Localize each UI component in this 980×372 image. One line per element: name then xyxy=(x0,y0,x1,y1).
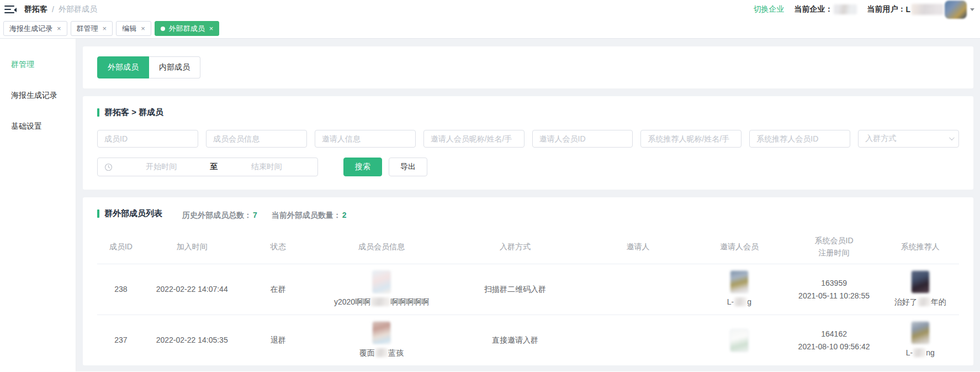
section-accent-bar xyxy=(97,108,99,117)
history-total-value: 7 xyxy=(253,211,257,219)
col-member-id: 成员ID xyxy=(97,240,145,253)
date-range-picker[interactable]: 开始时间 至 结束时间 xyxy=(97,158,318,176)
close-icon[interactable]: × xyxy=(103,24,107,33)
tab-label: 外部群成员 xyxy=(169,24,205,34)
sidebar-item-basic-settings[interactable]: 基础设置 xyxy=(0,111,76,142)
user-avatar[interactable] xyxy=(945,1,967,19)
member-type-card: 外部成员 内部成员 xyxy=(83,46,973,88)
member-info-input[interactable] xyxy=(206,130,307,148)
tab-group-manage[interactable]: 群管理 × xyxy=(71,21,113,36)
cell-status: 在群 xyxy=(240,283,317,295)
breadcrumb: 群拓客 / 外部群成员 xyxy=(24,4,97,14)
sys-member-id: 164162 xyxy=(787,328,882,340)
member-name-suffix: 蓝孩 xyxy=(388,347,404,359)
member-name-prefix: y2020啊啊 xyxy=(334,296,370,308)
internal-members-toggle[interactable]: 内部成员 xyxy=(149,56,200,78)
redacted-text xyxy=(913,348,925,357)
list-title-text: 群外部成员列表 xyxy=(104,208,162,219)
list-header: 群外部成员列表 历史外部成员总数：7 当前外部成员数量：2 xyxy=(97,208,959,221)
recommender-name: L- ng xyxy=(906,347,935,359)
close-icon[interactable]: × xyxy=(209,24,214,33)
join-method-placeholder: 入群方式 xyxy=(865,134,896,144)
cell-join-time: 2022-02-22 14:05:35 xyxy=(145,334,240,346)
cell-join-method: 扫描群二维码入群 xyxy=(446,283,584,295)
external-members-toggle[interactable]: 外部成员 xyxy=(97,56,149,78)
reg-time: 2021-05-11 10:28:55 xyxy=(787,290,882,302)
list-section-title: 群外部成员列表 xyxy=(97,208,162,219)
tab-edit[interactable]: 编辑 × xyxy=(116,21,151,36)
col-status: 状态 xyxy=(240,240,317,253)
inviter-member-avatar xyxy=(730,270,749,294)
tab-label: 海报生成记录 xyxy=(9,24,52,34)
col-inviter-member: 邀请人会员 xyxy=(692,240,787,253)
sidebar-item-group-manage[interactable]: 群管理 xyxy=(0,49,76,80)
sidebar: 群管理 海报生成记录 基础设置 xyxy=(0,39,76,371)
cell-recommender: 治好了 年的 xyxy=(881,270,958,308)
search-button[interactable]: 搜索 xyxy=(343,158,382,176)
topbar-right: 切换企业 当前企业： 当前用户： L xyxy=(753,1,974,19)
current-count-stat: 当前外部成员数量：2 xyxy=(272,211,347,221)
table-row[interactable]: 237 2022-02-22 14:05:35 退群 覆面 蓝孩 直接邀请入群 xyxy=(97,315,959,365)
cell-sys-id-reg-time: 164162 2021-08-10 09:56:42 xyxy=(787,328,882,353)
col-reg-time-line: 注册时间 xyxy=(787,247,882,259)
section-accent-bar xyxy=(97,209,99,218)
col-inviter: 邀请人 xyxy=(584,240,692,253)
member-name-suffix: 啊啊啊啊啊 xyxy=(390,296,429,308)
start-time-placeholder[interactable]: 开始时间 xyxy=(116,162,207,172)
recommender-avatar xyxy=(911,321,930,344)
tab-label: 编辑 xyxy=(122,24,136,34)
redacted-text xyxy=(371,297,390,306)
filter-title-text: 群拓客 > 群成员 xyxy=(104,107,163,118)
cell-sys-id-reg-time: 163959 2021-05-11 10:28:55 xyxy=(787,277,882,302)
redacted-text xyxy=(734,297,746,306)
member-avatar xyxy=(372,270,391,294)
open-tabs-bar: 海报生成记录 × 群管理 × 编辑 × 外部群成员 × xyxy=(0,19,980,39)
end-time-placeholder[interactable]: 结束时间 xyxy=(221,162,312,172)
cell-inviter-member: L- g xyxy=(692,270,787,308)
chevron-down-icon xyxy=(949,135,955,140)
history-total-stat: 历史外部成员总数：7 xyxy=(182,211,257,221)
table-row[interactable]: 238 2022-02-22 14:07:44 在群 y2020啊啊 啊啊啊啊啊… xyxy=(97,264,959,315)
tab-external-members[interactable]: 外部群成员 × xyxy=(155,21,220,36)
breadcrumb-root[interactable]: 群拓客 xyxy=(24,4,47,14)
tab-poster-records[interactable]: 海报生成记录 × xyxy=(3,21,67,36)
date-range-separator: 至 xyxy=(207,162,221,172)
cell-member-id: 238 xyxy=(97,283,145,295)
breadcrumb-leaf: 外部群成员 xyxy=(59,4,97,14)
cell-member-info: y2020啊啊 啊啊啊啊啊 xyxy=(317,270,446,308)
member-id-input[interactable] xyxy=(97,130,198,148)
sidebar-item-poster-records[interactable]: 海报生成记录 xyxy=(0,80,76,111)
switch-company-link[interactable]: 切换企业 xyxy=(753,4,784,14)
user-menu-caret-icon[interactable] xyxy=(970,8,974,11)
inviter-info-input[interactable] xyxy=(315,130,416,148)
col-recommender: 系统推荐人 xyxy=(881,240,958,253)
recommender-id-input[interactable] xyxy=(749,130,850,148)
current-count-value: 2 xyxy=(342,211,347,219)
cell-join-method: 直接邀请入群 xyxy=(446,334,584,346)
member-name: 覆面 蓝孩 xyxy=(359,347,404,359)
inviter-member-name-input[interactable] xyxy=(423,130,525,148)
filter-card: 群拓客 > 群成员 入群方式 xyxy=(83,96,973,190)
inviter-member-id-input[interactable] xyxy=(532,130,633,148)
filter-actions-row: 开始时间 至 结束时间 搜索 导出 xyxy=(97,158,959,176)
cell-status: 退群 xyxy=(240,334,317,346)
clock-icon xyxy=(104,163,113,171)
current-user[interactable]: 当前用户： L xyxy=(867,1,974,19)
export-button[interactable]: 导出 xyxy=(389,158,427,176)
current-user-label: 当前用户： xyxy=(867,4,905,14)
recommender-avatar xyxy=(911,270,930,294)
close-icon[interactable]: × xyxy=(141,24,145,33)
current-company: 当前企业： xyxy=(794,4,857,14)
current-company-redacted xyxy=(834,4,857,14)
join-method-select[interactable]: 入群方式 xyxy=(858,130,959,148)
cell-inviter-member xyxy=(692,329,787,352)
close-icon[interactable]: × xyxy=(57,24,61,33)
col-member-info: 成员会员信息 xyxy=(317,240,446,253)
topbar: 群拓客 / 外部群成员 切换企业 当前企业： 当前用户： L xyxy=(0,0,980,19)
recommender-name-input[interactable] xyxy=(640,130,741,148)
active-tab-dot-icon xyxy=(161,27,165,31)
col-sys-id-reg-time: 系统会员ID 注册时间 xyxy=(787,234,882,259)
redacted-text xyxy=(375,348,388,357)
collapse-menu-icon[interactable] xyxy=(4,4,17,14)
table-header-row: 成员ID 加入时间 状态 成员会员信息 入群方式 邀请人 邀请人会员 系统会员I… xyxy=(97,229,959,264)
